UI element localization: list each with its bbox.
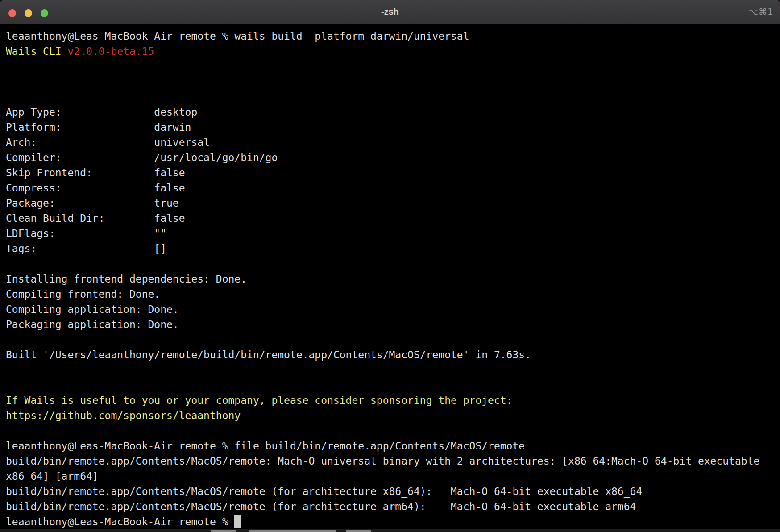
zoom-button[interactable]: [41, 9, 48, 17]
terminal-line: leaanthony@Leas-MacBook-Air remote % wai…: [6, 29, 780, 44]
terminal-line: [6, 378, 780, 393]
terminal-line: App Type: desktop: [6, 104, 780, 120]
terminal-line: [6, 59, 780, 74]
terminal-line: Compiling application: Done.: [6, 302, 780, 317]
background-text-fragment: [211, 530, 236, 532]
minimize-button[interactable]: [25, 9, 32, 17]
terminal-line: leaanthony@Leas-MacBook-Air remote %: [6, 514, 780, 529]
terminal-line: LDFlags: "": [6, 226, 780, 241]
terminal-line: Compress: false: [6, 180, 780, 195]
terminal-line: build/bin/remote.app/Contents/MacOS/remo…: [6, 484, 780, 499]
terminal-line: Packaging application: Done.: [6, 317, 780, 332]
terminal-line: build/bin/remote.app/Contents/MacOS/remo…: [6, 499, 780, 514]
terminal-line: [6, 423, 780, 438]
terminal-line: [6, 74, 780, 89]
background-text-fragment: [346, 530, 371, 532]
terminal-window: -zsh ⌥⌘1 leaanthony@Leas-MacBook-Air rem…: [0, 0, 780, 529]
terminal-line: [6, 89, 780, 104]
terminal-line: [6, 332, 780, 347]
terminal-line: Wails CLI v2.0.0-beta.15: [6, 44, 780, 59]
terminal-line: [6, 256, 780, 271]
terminal-line: Skip Frontend: false: [6, 165, 780, 180]
terminal-line: Built '/Users/leaanthony/remote/build/bi…: [6, 347, 780, 362]
obscured-background-content: [0, 529, 780, 532]
terminal-line: Platform: darwin: [6, 120, 780, 135]
window-title: -zsh: [0, 0, 780, 24]
terminal-line: [6, 362, 780, 378]
terminal-line: leaanthony@Leas-MacBook-Air remote % fil…: [6, 438, 780, 453]
terminal-line: build/bin/remote.app/Contents/MacOS/remo…: [6, 453, 780, 469]
close-button[interactable]: [8, 9, 16, 17]
terminal-line: Tags: []: [6, 241, 780, 256]
terminal-output[interactable]: leaanthony@Leas-MacBook-Air remote % wai…: [0, 24, 780, 529]
terminal-line: Package: true: [6, 195, 780, 211]
terminal-line: Clean Build Dir: false: [6, 211, 780, 226]
window-shortcut-badge: ⌥⌘1: [748, 0, 773, 24]
terminal-line: https://github.com/sponsors/leaanthony: [6, 408, 780, 423]
terminal-line: If Wails is useful to you or your compan…: [6, 393, 780, 408]
terminal-line: Installing frontend dependencies: Done.: [6, 271, 780, 287]
terminal-line: x86_64] [arm64]: [6, 469, 780, 484]
traffic-lights: [8, 9, 48, 17]
terminal-line: Compiling frontend: Done.: [6, 287, 780, 302]
terminal-cursor: [234, 515, 241, 528]
terminal-line: Arch: universal: [6, 135, 780, 150]
titlebar[interactable]: -zsh ⌥⌘1: [0, 0, 780, 24]
terminal-line: Compiler: /usr/local/go/bin/go: [6, 150, 780, 165]
background-text-fragment: [249, 530, 336, 532]
